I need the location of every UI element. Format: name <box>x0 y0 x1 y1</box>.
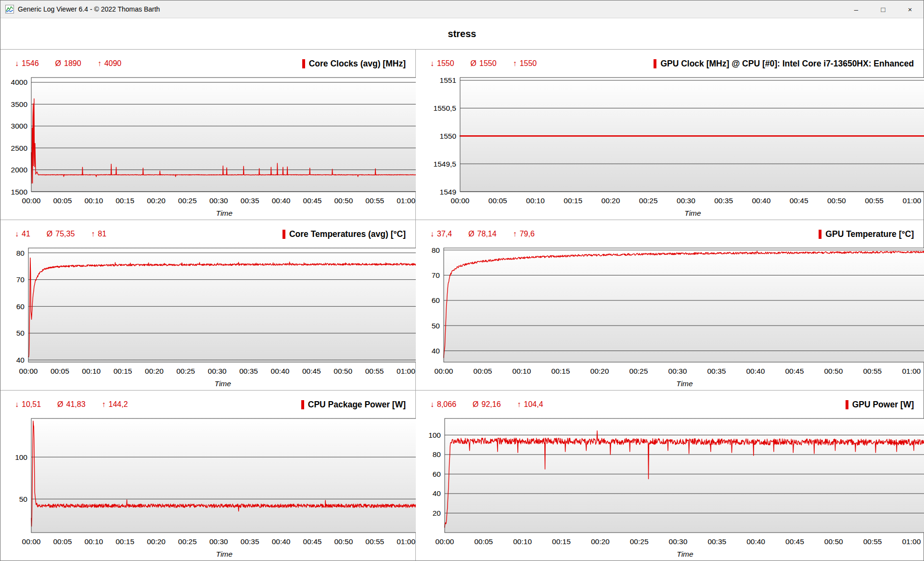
stat-max: ↑1550 <box>513 59 537 68</box>
svg-text:00:25: 00:25 <box>629 367 648 375</box>
plot-gpu-power[interactable]: 1008060402000:0000:0500:1000:1500:2000:2… <box>416 412 924 561</box>
svg-text:00:00: 00:00 <box>22 537 41 546</box>
max-arrow-icon: ↑ <box>102 400 106 408</box>
maximize-button[interactable]: □ <box>870 0 897 18</box>
svg-text:00:55: 00:55 <box>863 537 882 546</box>
svg-text:1549: 1549 <box>440 188 456 196</box>
titlebar: Generic Log Viewer 6.4 - © 2022 Thomas B… <box>0 0 924 18</box>
avg-icon: Ø <box>55 59 61 67</box>
svg-text:60: 60 <box>433 470 441 478</box>
svg-text:20: 20 <box>433 509 441 517</box>
svg-text:Time: Time <box>216 209 233 217</box>
svg-text:00:30: 00:30 <box>668 367 687 375</box>
stat-max: ↑104,4 <box>517 400 543 409</box>
legend-color-bar <box>846 400 848 409</box>
chart-title: GPU Power [W] <box>846 400 914 410</box>
svg-text:00:35: 00:35 <box>707 367 726 375</box>
svg-text:00:20: 00:20 <box>147 537 166 546</box>
avg-icon: Ø <box>468 230 474 238</box>
svg-text:00:10: 00:10 <box>84 537 103 546</box>
svg-text:Time: Time <box>215 379 231 388</box>
avg-icon: Ø <box>47 230 52 238</box>
svg-text:Time: Time <box>684 209 701 217</box>
stat-min-value: 8,066 <box>437 400 456 408</box>
stat-avg: Ø92,16 <box>473 400 501 409</box>
legend-color-bar <box>282 230 285 239</box>
stat-min-value: 37,4 <box>437 230 452 238</box>
svg-text:00:50: 00:50 <box>827 196 846 205</box>
stat-min: ↓41 <box>15 230 30 238</box>
svg-text:00:40: 00:40 <box>271 367 290 375</box>
svg-text:00:05: 00:05 <box>51 367 69 375</box>
chart-title: Core Temperatures (avg) [°C] <box>282 229 406 239</box>
chart-header: ↓37,4 Ø78,14 ↑79,6 GPU Temperature [°C] <box>416 220 924 241</box>
svg-text:00:25: 00:25 <box>630 537 649 546</box>
svg-text:00:55: 00:55 <box>865 196 884 205</box>
minimize-button[interactable]: – <box>843 0 870 18</box>
svg-text:00:15: 00:15 <box>552 537 571 546</box>
svg-text:00:45: 00:45 <box>785 537 804 546</box>
svg-text:00:55: 00:55 <box>863 367 882 375</box>
svg-text:00:00: 00:00 <box>22 196 41 205</box>
svg-text:00:15: 00:15 <box>116 537 134 546</box>
stat-min-value: 1546 <box>22 59 39 67</box>
stat-avg: Ø75,35 <box>47 230 75 238</box>
svg-text:00:40: 00:40 <box>746 367 765 375</box>
max-arrow-icon: ↑ <box>513 59 517 67</box>
chart-header: ↓10,51 Ø41,83 ↑144,2 CPU Package Power [… <box>0 391 415 412</box>
svg-text:00:05: 00:05 <box>53 196 72 205</box>
svg-text:00:20: 00:20 <box>602 196 620 205</box>
plot-cpu-package-power[interactable]: 1005000:0000:0500:1000:1500:2000:2500:30… <box>0 412 415 561</box>
stat-min: ↓8,066 <box>430 400 456 409</box>
chart-stats: ↓41 Ø75,35 ↑81 <box>15 230 106 238</box>
svg-text:1500: 1500 <box>11 188 28 196</box>
svg-text:00:25: 00:25 <box>178 196 197 205</box>
chart-header: ↓8,066 Ø92,16 ↑104,4 GPU Power [W] <box>416 391 924 412</box>
chart-stats: ↓1546 Ø1890 ↑4090 <box>15 59 121 68</box>
svg-text:00:50: 00:50 <box>334 196 353 205</box>
plot-gpu-clock[interactable]: 15511550,515501549,5154900:0000:0500:100… <box>416 71 924 220</box>
app-window: Generic Log Viewer 6.4 - © 2022 Thomas B… <box>0 0 924 561</box>
svg-text:00:00: 00:00 <box>451 196 470 205</box>
chart-panel-gpu-clock: ↓1550 Ø1550 ↑1550 GPU Clock [MHz] @ CPU … <box>416 50 924 220</box>
window-controls: – □ × <box>843 0 924 18</box>
svg-text:50: 50 <box>432 322 440 330</box>
stat-min: ↓1546 <box>15 59 39 68</box>
max-arrow-icon: ↑ <box>98 59 102 67</box>
svg-text:00:40: 00:40 <box>746 537 765 546</box>
svg-text:00:05: 00:05 <box>474 367 492 375</box>
svg-text:00:05: 00:05 <box>53 537 72 546</box>
svg-text:70: 70 <box>16 275 25 284</box>
chart-title: CPU Package Power [W] <box>301 400 406 410</box>
svg-text:70: 70 <box>432 271 440 279</box>
plot-core-temperatures[interactable]: 807060504000:0000:0500:1000:1500:2000:25… <box>0 241 415 390</box>
stat-min-value: 41 <box>22 230 30 238</box>
svg-text:00:35: 00:35 <box>239 367 258 375</box>
svg-text:00:00: 00:00 <box>436 537 454 546</box>
chart-panel-core-clocks: ↓1546 Ø1890 ↑4090 Core Clocks (avg) [MHz… <box>0 50 415 220</box>
stat-avg-value: 92,16 <box>482 400 501 408</box>
min-arrow-icon: ↓ <box>15 59 19 67</box>
max-arrow-icon: ↑ <box>91 230 95 238</box>
svg-text:00:30: 00:30 <box>208 367 227 375</box>
svg-text:4000: 4000 <box>11 78 28 86</box>
svg-text:00:30: 00:30 <box>669 537 688 546</box>
stat-max-value: 79,6 <box>520 230 535 238</box>
svg-text:00:15: 00:15 <box>114 367 132 375</box>
charts-grid: ↓1546 Ø1890 ↑4090 Core Clocks (avg) [MHz… <box>0 49 924 561</box>
svg-text:00:10: 00:10 <box>526 196 545 205</box>
stat-max-value: 1550 <box>520 59 537 67</box>
chart-title-text: Core Temperatures (avg) [°C] <box>289 229 406 239</box>
plot-gpu-temperature[interactable]: 807060504000:0000:0500:1000:1500:2000:25… <box>416 241 924 390</box>
legend-color-bar <box>302 59 305 68</box>
svg-text:00:45: 00:45 <box>785 367 804 375</box>
stat-max-value: 4090 <box>104 59 122 67</box>
plot-core-clocks[interactable]: 40003500300025002000150000:0000:0500:100… <box>0 71 415 220</box>
min-arrow-icon: ↓ <box>15 400 19 408</box>
svg-text:00:20: 00:20 <box>147 196 166 205</box>
svg-text:01:00: 01:00 <box>902 367 921 375</box>
chart-title: GPU Temperature [°C] <box>819 229 914 239</box>
close-button[interactable]: × <box>897 0 924 18</box>
stat-avg-value: 1890 <box>64 59 81 67</box>
chart-header: ↓1550 Ø1550 ↑1550 GPU Clock [MHz] @ CPU … <box>416 50 924 71</box>
